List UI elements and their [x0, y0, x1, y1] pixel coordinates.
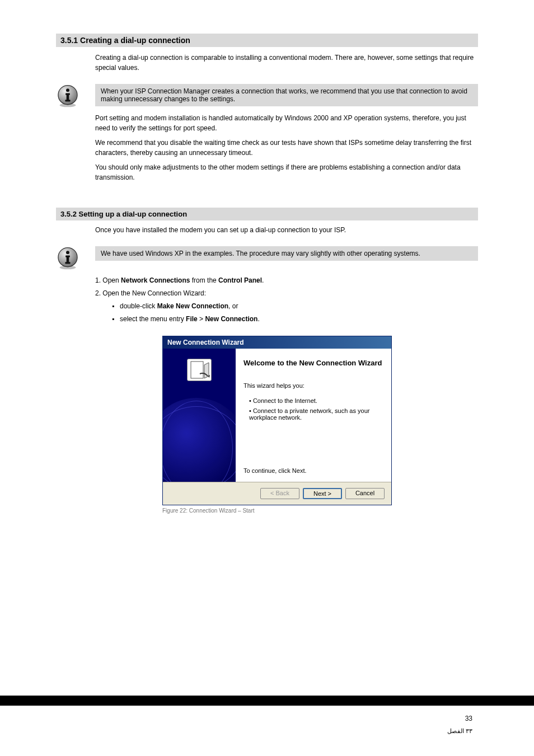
wizard-titlebar: New Connection Wizard [163, 336, 391, 349]
section2-intro: Once you have installed the modem you ca… [95, 225, 478, 235]
wizard-footer: < Back Next > Cancel [163, 482, 391, 505]
svg-rect-11 [65, 262, 70, 264]
back-button[interactable]: < Back [260, 488, 299, 499]
s2a-pre: double-click [120, 302, 157, 310]
wizard-bullets: • Connect to the Internet. • Connect to … [249, 394, 383, 424]
step-2-sublist: ▪double-click Make New Connection, or ▪s… [112, 301, 478, 324]
globe-graphic [163, 398, 236, 482]
note-row-1: When your ISP Connection Manager creates… [56, 84, 478, 107]
svg-rect-4 [67, 94, 69, 100]
wizard-helps: This wizard helps you: [243, 382, 383, 389]
note-row-2: We have used Windows XP in the examples.… [56, 246, 478, 270]
wizard-body: Welcome to the New Connection Wizard Thi… [163, 349, 391, 482]
figure-caption: Figure 22: Connection Wizard – Start [162, 508, 478, 514]
s2a-end: , or [228, 302, 238, 310]
s2b-mid: > [198, 315, 205, 323]
section1-para3: We recommend that you disable the waitin… [95, 138, 478, 158]
note-bar-2: We have used Windows XP in the examples.… [95, 246, 478, 261]
s2b-b2: New Connection [205, 315, 257, 323]
wb2: Connect to a private network, such as yo… [249, 407, 369, 421]
step1-mid: from the [190, 276, 218, 284]
wb1: Connect to the Internet. [253, 397, 317, 404]
wizard-main: Welcome to the New Connection Wizard Thi… [236, 349, 391, 482]
arabic-footer: ٣٣ الفصل [447, 727, 472, 735]
s2b-b1: File [186, 315, 198, 323]
info-icon [56, 84, 79, 107]
svg-rect-10 [67, 256, 69, 262]
info-icon-wrap-2 [56, 246, 95, 270]
wizard-continue: To continue, click Next. [243, 467, 383, 474]
cancel-button[interactable]: Cancel [345, 488, 385, 499]
step-1: 1. Open Network Connections from the Con… [95, 275, 478, 286]
s2b-end: . [257, 315, 259, 323]
page-number: 33 [465, 715, 472, 722]
step-list: 1. Open Network Connections from the Con… [95, 275, 478, 325]
step1-b2: Control Panel [218, 276, 262, 284]
step-2a: ▪double-click Make New Connection, or [112, 301, 478, 312]
wizard-sidebar [163, 349, 236, 482]
section-heading-352: 3.5.2 Setting up a dial-up connection [56, 208, 478, 220]
step2-text: Open the New Connection Wizard: [102, 289, 206, 297]
svg-rect-12 [191, 361, 203, 378]
svg-point-2 [66, 88, 69, 92]
page-footer-bar [0, 696, 534, 706]
section1-intro: Creating a dial-up connection is compara… [95, 53, 478, 73]
section1-para4: You should only make adjustments to the … [95, 162, 478, 182]
info-icon [56, 246, 79, 270]
next-button[interactable]: Next > [303, 488, 342, 499]
note-bar-1: When your ISP Connection Manager creates… [95, 84, 478, 106]
step1-b1: Network Connections [121, 276, 190, 284]
svg-point-8 [66, 251, 69, 254]
wizard-figure: New Connection Wizard Welcome to the [162, 336, 478, 514]
wizard-window: New Connection Wizard Welcome to the [162, 336, 392, 505]
wizard-heading: Welcome to the New Connection Wizard [243, 359, 383, 367]
step-2b: ▪select the menu entry File > New Connec… [112, 314, 478, 325]
s2a-b: Make New Connection [157, 302, 228, 310]
info-icon-wrap [56, 84, 95, 107]
wizard-bullet-1: • Connect to the Internet. [249, 397, 383, 404]
page: 3.5.1 Creating a dial-up connection Crea… [0, 0, 534, 756]
svg-rect-5 [65, 100, 70, 101]
step1-end: . [262, 276, 264, 284]
section1-para2: Port setting and modem installation is h… [95, 113, 478, 133]
step-2: 2. Open the New Connection Wizard: [95, 288, 478, 299]
document-icon [187, 359, 212, 381]
section-heading-351: 3.5.1 Creating a dial-up connection [56, 34, 478, 47]
step1-pre: Open [102, 276, 121, 284]
wizard-bullet-2: • Connect to a private network, such as … [249, 407, 383, 421]
s2b-pre: select the menu entry [120, 315, 186, 323]
